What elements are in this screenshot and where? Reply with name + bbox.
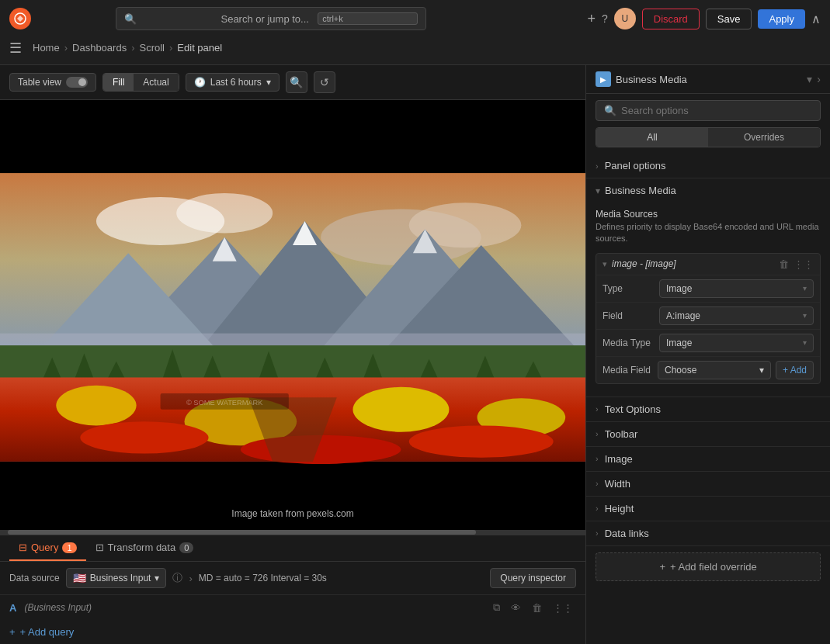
table-view-switch[interactable]: [66, 77, 88, 88]
breadcrumb-dashboards[interactable]: Dashboards: [72, 42, 127, 54]
add-query-button[interactable]: + + Add query: [0, 620, 585, 644]
datasource-select[interactable]: 🇺🇸 Business Input ▾: [66, 568, 167, 588]
time-range-selector[interactable]: 🕐 Last 6 hours ▾: [186, 73, 280, 92]
info-icon[interactable]: ⓘ: [172, 571, 182, 585]
text-options-section[interactable]: › Text Options: [586, 397, 830, 422]
fill-actual-selector: Fill Actual: [102, 73, 179, 92]
tab-query[interactable]: ⊟ Query 1: [9, 535, 86, 561]
svg-point-32: [80, 421, 208, 453]
panel-toolbar: Table view Fill Actual 🕐 Last 6 hours ▾ …: [0, 65, 585, 100]
image-source-delete-button[interactable]: 🗑: [779, 258, 789, 270]
time-range-chevron: ▾: [266, 77, 271, 88]
breadcrumb-bar: ☰ Home › Dashboards › Scroll › Edit pane…: [0, 37, 830, 65]
query-data-row: A (Business Input) ⧉ 👁 🗑 ⋮⋮: [0, 595, 585, 620]
data-links-label: Data links: [605, 528, 649, 539]
table-view-label: Table view: [18, 77, 61, 88]
query-datasource-row: Data source 🇺🇸 Business Input ▾ ⓘ › MD =…: [0, 562, 585, 595]
business-media-header[interactable]: ▾ Business Media: [586, 178, 830, 203]
toolbar-section[interactable]: › Toolbar: [586, 422, 830, 447]
drag-query-button[interactable]: ⋮⋮: [550, 600, 576, 615]
scroll-thumb[interactable]: [8, 530, 476, 535]
panel-options-section[interactable]: › Panel options: [586, 154, 830, 178]
table-view-toggle[interactable]: Table view: [9, 73, 96, 92]
discard-button[interactable]: Discard: [642, 9, 700, 29]
image-area: © SOME WATERMARK Image taken from pexels…: [0, 100, 585, 535]
main-layout: Table view Fill Actual 🕐 Last 6 hours ▾ …: [0, 65, 830, 644]
fill-button[interactable]: Fill: [103, 74, 134, 91]
field-select[interactable]: A:image ▾: [659, 306, 814, 325]
business-media-chevron: ▾: [596, 185, 600, 196]
hamburger-menu[interactable]: ☰: [9, 40, 22, 57]
panel-title: Business Media: [616, 74, 802, 85]
text-options-chevron: ›: [596, 404, 599, 414]
datasource-label: Data source: [9, 573, 60, 583]
type-select[interactable]: Image ▾: [659, 279, 814, 298]
add-field-override-button[interactable]: + + Add field override: [596, 552, 821, 581]
breadcrumb-current: Edit panel: [177, 42, 222, 54]
query-actions: ⧉ 👁 🗑 ⋮⋮: [490, 600, 576, 615]
delete-query-button[interactable]: 🗑: [529, 600, 545, 615]
actual-button[interactable]: Actual: [134, 74, 178, 91]
toolbar-label: Toolbar: [605, 428, 638, 440]
toggle-query-button[interactable]: 👁: [508, 600, 524, 615]
media-type-value: Image: [666, 338, 692, 348]
media-field-row: Media Field Choose ▾ + Add: [596, 356, 820, 383]
breadcrumb-scroll[interactable]: Scroll: [139, 42, 165, 54]
search-options-input[interactable]: [621, 105, 812, 116]
time-range-label: Last 6 hours: [210, 77, 262, 88]
panel-expand-icon[interactable]: ›: [817, 73, 821, 85]
refresh-button[interactable]: ↺: [314, 71, 335, 93]
chevron-up-icon[interactable]: ∧: [811, 12, 821, 26]
data-links-section[interactable]: › Data links: [586, 521, 830, 546]
width-section[interactable]: › Width: [586, 472, 830, 497]
image-source-drag-handle[interactable]: ⋮⋮: [794, 258, 814, 270]
toolbar-chevron: ›: [596, 429, 599, 438]
search-icon: 🔍: [124, 13, 215, 25]
query-inspector-button[interactable]: Query inspector: [490, 568, 576, 588]
height-label: Height: [605, 503, 634, 514]
app-logo: [9, 8, 31, 29]
add-override-icon: +: [659, 561, 665, 573]
tab-transform-badge: 0: [179, 542, 193, 553]
duplicate-query-button[interactable]: ⧉: [490, 600, 503, 615]
zoom-out-button[interactable]: 🔍: [286, 71, 307, 93]
breadcrumb-home[interactable]: Home: [33, 42, 60, 54]
svg-point-30: [352, 387, 449, 432]
search-options-bar: 🔍: [586, 94, 830, 127]
right-panel: ▶ Business Media ▾ › 🔍 All Overrides › P…: [585, 65, 830, 644]
media-field-select[interactable]: Choose ▾: [658, 361, 771, 379]
image-source-chevron[interactable]: ▾: [603, 259, 607, 269]
business-media-content: Media Sources Defines priority to displa…: [586, 203, 830, 396]
add-query-icon: +: [9, 626, 16, 638]
image-section-label: Image: [605, 453, 633, 465]
panel-options-chevron: ›: [596, 161, 599, 171]
image-source-item: ▾ image - [image] 🗑 ⋮⋮ Type Image ▾ Fie: [596, 253, 821, 384]
save-button[interactable]: Save: [706, 9, 752, 29]
flag-icon: 🇺🇸: [73, 572, 86, 584]
tab-transform[interactable]: ⊡ Transform data 0: [86, 535, 203, 561]
height-section[interactable]: › Height: [586, 497, 830, 521]
image-section[interactable]: › Image: [586, 447, 830, 472]
plus-icon[interactable]: +: [587, 11, 596, 27]
nav-actions: + ? U Discard Save Apply ∧: [587, 8, 821, 29]
panel-dropdown-chevron[interactable]: ▾: [807, 73, 812, 85]
media-type-label: Media Type: [603, 338, 653, 348]
filter-tab-overrides[interactable]: Overrides: [708, 128, 820, 147]
horizontal-scrollbar[interactable]: [0, 530, 585, 535]
user-avatar[interactable]: U: [614, 8, 636, 29]
transform-icon: ⊡: [96, 542, 104, 553]
svg-text:© SOME WATERMARK: © SOME WATERMARK: [186, 399, 263, 407]
tab-query-label: Query: [31, 542, 58, 553]
query-section: ⊟ Query 1 ⊡ Transform data 0 Data source…: [0, 535, 585, 644]
breadcrumb: Home › Dashboards › Scroll › Edit panel: [33, 42, 222, 54]
add-media-button[interactable]: + Add: [776, 361, 814, 379]
help-icon[interactable]: ?: [602, 12, 608, 25]
search-shortcut: ctrl+k: [318, 12, 418, 25]
data-links-chevron: ›: [596, 528, 599, 538]
search-bar[interactable]: 🔍 Search or jump to... ctrl+k: [116, 7, 426, 30]
filter-tab-all[interactable]: All: [596, 128, 708, 147]
svg-point-3: [176, 193, 273, 234]
add-override-label: + Add field override: [670, 561, 757, 573]
apply-button[interactable]: Apply: [758, 9, 805, 29]
media-type-select[interactable]: Image ▾: [659, 334, 814, 352]
